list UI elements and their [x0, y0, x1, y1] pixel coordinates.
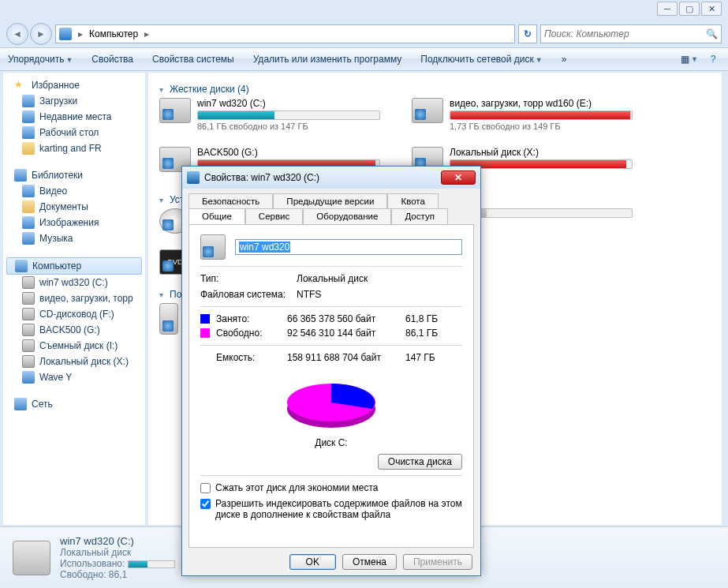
tree-item-drive-g[interactable]: BACK500 (G:) — [3, 322, 145, 338]
drive-icon — [159, 98, 191, 123]
cd-icon — [22, 308, 35, 320]
menu-more[interactable]: » — [562, 54, 567, 65]
type-value: Локальный диск — [297, 273, 368, 284]
used-gb: 61,8 ГБ — [405, 313, 453, 324]
desktop-icon — [22, 126, 35, 139]
section-hdd[interactable]: Жесткие диски (4) — [159, 84, 711, 95]
drive-subtext: 86,1 ГБ свободно из 147 ГБ — [197, 122, 380, 131]
help-icon[interactable]: ? — [706, 52, 720, 66]
tab-hardware[interactable]: Оборудование — [303, 208, 391, 224]
compress-checkbox[interactable] — [200, 483, 211, 493]
drive-name: видео, загрузки, торр wd160 (E:) — [450, 98, 633, 109]
computer-icon — [15, 260, 28, 272]
drive-c[interactable]: win7 wd320 (C:) 86,1 ГБ свободно из 147 … — [159, 98, 380, 131]
computer-icon — [59, 28, 72, 40]
cancel-button[interactable]: Отмена — [342, 554, 397, 570]
drive-icon — [13, 541, 50, 575]
details-free-label: Свободно: — [60, 569, 106, 580]
minimize-button[interactable]: ─ — [657, 2, 678, 16]
details-type: Локальный диск — [60, 547, 175, 558]
drive-icon — [187, 171, 200, 184]
tree-network[interactable]: Сеть — [3, 396, 145, 412]
dialog-close-button[interactable]: ✕ — [441, 170, 476, 185]
drive-name: BACK500 (G:) — [197, 147, 380, 158]
tree-item-documents[interactable]: Документы — [3, 199, 145, 215]
tree-favorites[interactable]: ★Избранное — [3, 77, 145, 93]
breadcrumb-arrow: ▸ — [141, 28, 152, 39]
star-icon: ★ — [14, 79, 27, 92]
index-checkbox[interactable] — [200, 499, 211, 509]
tab-sharing[interactable]: Доступ — [391, 208, 447, 224]
capacity-bytes: 158 911 688 704 байт — [287, 352, 405, 363]
tree-item-downloads[interactable]: Загрузки — [3, 93, 145, 109]
tree-item-recent[interactable]: Недавние места — [3, 109, 145, 125]
folder-icon — [22, 142, 35, 155]
drive-name: Локальный диск (X:) — [450, 147, 633, 158]
nav-back-button[interactable]: ◄ — [6, 23, 28, 45]
nav-forward-button[interactable]: ► — [30, 23, 52, 45]
search-input[interactable] — [544, 28, 706, 39]
type-label: Тип: — [200, 273, 287, 284]
drive-icon — [22, 324, 35, 336]
drive-icon — [200, 234, 226, 260]
drive-e[interactable]: видео, загрузки, торр wd160 (E:) 1,73 ГБ… — [412, 98, 633, 131]
details-used-label: Использовано: — [60, 558, 125, 569]
tree-libraries[interactable]: Библиотеки — [3, 167, 145, 183]
volume-name-input[interactable]: win7 wd320 — [235, 239, 462, 255]
tree-item-drive-c[interactable]: win7 wd320 (C:) — [3, 275, 145, 290]
network-icon — [14, 398, 27, 410]
tree-item-images[interactable]: Изображения — [3, 215, 145, 230]
menu-organize[interactable]: Упорядочить▼ — [8, 54, 73, 65]
tab-quota[interactable]: Квота — [387, 193, 438, 208]
search-box[interactable]: 🔍 — [540, 24, 722, 43]
libraries-icon — [14, 169, 27, 182]
menu-system-properties[interactable]: Свойства системы — [152, 54, 234, 65]
phone-icon — [159, 303, 178, 335]
downloads-icon — [22, 95, 35, 107]
tree-item-video[interactable]: Видео — [3, 183, 145, 199]
refresh-button[interactable]: ↻ — [518, 24, 537, 43]
free-label: Свободно: — [216, 328, 287, 339]
disk-label: Диск C: — [200, 437, 462, 448]
capacity-gb: 147 ГБ — [405, 352, 453, 363]
disk-cleanup-button[interactable]: Очистка диска — [378, 454, 462, 470]
apply-button[interactable]: Применить — [403, 554, 472, 570]
tree-item-wave-y[interactable]: Wave Y — [3, 369, 145, 385]
fs-value: NTFS — [297, 289, 321, 300]
menu-map-drive[interactable]: Подключить сетевой диск▼ — [420, 54, 542, 65]
menu-properties[interactable]: Свойства — [91, 54, 133, 65]
tab-security[interactable]: Безопасность — [189, 193, 273, 208]
drive-name: win7 wd320 (C:) — [197, 98, 380, 109]
tab-tools[interactable]: Сервис — [245, 208, 303, 224]
tree-item-drive-e[interactable]: видео, загрузки, торр — [3, 290, 145, 306]
tree-item-desktop[interactable]: Рабочий стол — [3, 125, 145, 140]
drive-subtext: 1,73 ГБ свободно из 149 ГБ — [450, 122, 633, 131]
tree-item-karting[interactable]: karting and FR — [3, 140, 145, 156]
tree-item-drive-f[interactable]: CD-дисковод (F:) — [3, 306, 145, 322]
free-color-icon — [200, 328, 210, 338]
tree-item-drive-i[interactable]: Съемный диск (I:) — [3, 338, 145, 354]
video-icon — [22, 185, 35, 197]
capacity-label: Емкость: — [216, 352, 287, 363]
tree-item-music[interactable]: Музыка — [3, 230, 145, 246]
address-bar[interactable]: ▸ Компьютер ▸ — [55, 24, 515, 43]
documents-icon — [22, 200, 35, 213]
drive-icon — [22, 355, 35, 368]
tree-computer[interactable]: Компьютер — [6, 257, 142, 275]
tree-item-drive-x[interactable]: Локальный диск (X:) — [3, 354, 145, 369]
compress-label: Сжать этот диск для экономии места — [215, 482, 378, 493]
breadcrumb-arrow: ▸ — [75, 28, 86, 39]
free-gb: 86,1 ГБ — [405, 328, 453, 339]
phone-icon — [22, 371, 35, 384]
maximize-button[interactable]: ▢ — [679, 2, 700, 16]
close-button[interactable]: ✕ — [701, 2, 722, 16]
breadcrumb-segment[interactable]: Компьютер — [89, 28, 138, 39]
view-icon[interactable]: ▦▼ — [682, 52, 696, 66]
ok-button[interactable]: OK — [289, 554, 336, 570]
dialog-titlebar[interactable]: Свойства: win7 wd320 (C:) ✕ — [182, 167, 480, 189]
tab-previous-versions[interactable]: Предыдущие версии — [273, 193, 387, 208]
drive-icon — [412, 98, 443, 123]
menu-uninstall[interactable]: Удалить или изменить программу — [253, 54, 402, 65]
tab-general[interactable]: Общие — [189, 208, 245, 224]
drive-icon — [22, 276, 35, 289]
